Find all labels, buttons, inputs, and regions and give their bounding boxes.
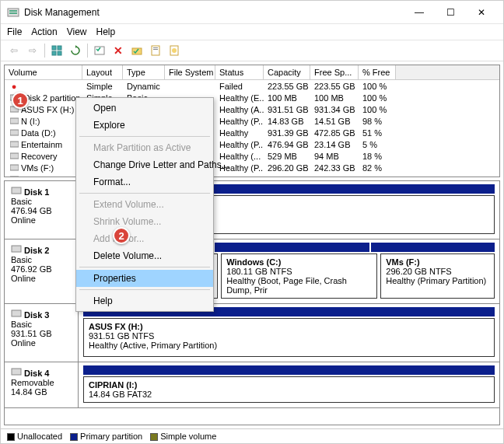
disk-name: Disk 3: [24, 310, 49, 320]
disk-type: Removable: [11, 378, 54, 387]
refresh-button[interactable]: [67, 43, 84, 58]
ctx-delete[interactable]: Delete Volume...: [76, 247, 213, 264]
ctx-extend: Extend Volume...: [76, 196, 213, 213]
svg-rect-25: [12, 369, 21, 375]
disk-info[interactable]: Disk 2 Basic 476.92 GB Online: [5, 239, 79, 303]
svg-rect-18: [10, 142, 19, 147]
disk-type: Basic: [11, 255, 32, 264]
legend: Unallocated Primary partition Simple vol…: [1, 428, 503, 443]
col-freespace[interactable]: Free Sp...: [310, 65, 359, 79]
svg-rect-9: [152, 46, 159, 55]
disk-capacity: 476.92 GB: [11, 264, 52, 274]
col-capacity[interactable]: Capacity: [264, 65, 310, 79]
col-pctfree[interactable]: % Free: [359, 65, 396, 79]
svg-rect-24: [12, 310, 21, 316]
svg-rect-20: [10, 165, 19, 170]
disk-icon: [11, 244, 22, 253]
partition[interactable]: ASUS FX (H:) 931.51 GB NTFS Healthy (Act…: [83, 318, 495, 357]
partition[interactable]: VMs (F:) 296.20 GB NTFS Healthy (Primary…: [380, 253, 495, 299]
svg-rect-21: [10, 177, 19, 178]
disk-capacity: 476.94 GB: [11, 206, 52, 215]
disk-status: Online: [11, 338, 36, 348]
ctx-shrink: Shrink Volume...: [76, 213, 213, 230]
svg-rect-5: [52, 51, 56, 55]
svg-rect-22: [12, 187, 21, 194]
app-icon: [7, 6, 19, 19]
window-title: Disk Management: [24, 7, 404, 18]
window-close-button[interactable]: ✕: [466, 2, 497, 23]
back-button: ⇦: [5, 43, 23, 58]
disk-capacity: 931.51 GB: [11, 329, 52, 338]
svg-rect-6: [58, 51, 61, 55]
disk-status: Online: [11, 274, 36, 283]
ctx-properties[interactable]: Properties: [76, 270, 213, 287]
svg-rect-11: [153, 49, 158, 50]
window-titlebar: Disk Management — ☐ ✕: [1, 1, 503, 24]
svg-point-13: [172, 48, 177, 53]
svg-rect-17: [10, 130, 19, 135]
svg-rect-23: [12, 246, 21, 252]
disk-info[interactable]: Disk 4 Removable 14.84 GB: [5, 362, 79, 407]
forward-button: ⇨: [24, 43, 41, 58]
disk-info[interactable]: Disk 1 Basic 476.94 GB Online: [5, 181, 79, 239]
menu-view[interactable]: View: [67, 26, 87, 37]
ctx-format[interactable]: Format...: [76, 173, 213, 191]
partition[interactable]: Windows (C:) 180.11 GB NTFS Healthy (Boo…: [221, 253, 377, 299]
toolbar-grid-icon[interactable]: [48, 43, 65, 58]
window-maximize-button[interactable]: ☐: [435, 2, 466, 23]
disk-capacity: 14.84 GB: [11, 387, 47, 397]
partition[interactable]: CIPRIAN (I:) 14.84 GB FAT32: [83, 376, 495, 403]
callout-badge-1: 1: [12, 92, 29, 109]
ctx-mark-active: Mark Partition as Active: [76, 139, 213, 156]
toolbar-folder-check-icon[interactable]: [128, 43, 145, 58]
col-volume[interactable]: Volume: [5, 65, 82, 79]
menu-action[interactable]: Action: [31, 26, 57, 37]
disk-icon: [11, 367, 22, 376]
svg-rect-4: [58, 46, 61, 50]
col-layout[interactable]: Layout: [82, 65, 123, 79]
svg-rect-16: [10, 118, 19, 124]
disk-type: Basic: [11, 197, 32, 206]
menu-file[interactable]: File: [7, 26, 22, 37]
delete-button[interactable]: ✕: [110, 43, 127, 58]
window-minimize-button[interactable]: —: [404, 2, 435, 23]
ctx-explore[interactable]: Explore: [76, 117, 213, 134]
ctx-change-letter[interactable]: Change Drive Letter and Paths...: [76, 156, 213, 173]
ctx-add-mirror: Add Mirror...: [76, 230, 213, 247]
toolbar-checklist-icon[interactable]: [91, 43, 108, 58]
disk-icon: [11, 186, 22, 195]
svg-rect-1: [9, 10, 17, 12]
help-button[interactable]: [166, 43, 183, 58]
partition-stripe: [83, 365, 495, 375]
disk-name: Disk 4: [24, 369, 49, 378]
svg-rect-10: [153, 47, 158, 48]
disk-info[interactable]: Disk 3 Basic 931.51 GB Online: [5, 304, 79, 362]
legend-simple: Simple volume: [150, 432, 216, 441]
context-menu: Open Explore Mark Partition as Active Ch…: [75, 97, 214, 312]
volume-row[interactable]: ●SimpleDynamicFailed223.55 GB223.55 GB10…: [5, 80, 499, 92]
svg-rect-19: [10, 153, 19, 159]
properties-button[interactable]: [147, 43, 164, 58]
col-type[interactable]: Type: [123, 65, 165, 79]
disk-name: Disk 1: [24, 187, 49, 197]
volume-list-header: Volume Layout Type File System Status Ca…: [5, 65, 499, 80]
callout-badge-2: 2: [113, 227, 130, 244]
disk-type: Basic: [11, 320, 32, 329]
toolbar: ⇦ ⇨ ✕: [1, 40, 503, 61]
svg-rect-2: [9, 12, 17, 14]
disk-status: Online: [11, 215, 36, 225]
menu-help[interactable]: Help: [96, 26, 116, 37]
ctx-open[interactable]: Open: [76, 100, 213, 117]
legend-primary: Primary partition: [70, 432, 142, 441]
disk-icon: [11, 309, 22, 318]
col-filesystem[interactable]: File System: [165, 65, 215, 79]
disk-row: Disk 4 Removable 14.84 GB CIPRIAN (I:) 1…: [5, 362, 499, 408]
col-status[interactable]: Status: [215, 65, 264, 79]
ctx-help[interactable]: Help: [76, 292, 213, 309]
svg-rect-3: [52, 46, 56, 50]
menubar: File Action View Help: [1, 24, 503, 40]
legend-unallocated: Unallocated: [7, 432, 62, 441]
disk-name: Disk 2: [24, 246, 49, 255]
disk-row: Disk 3 Basic 931.51 GB Online ASUS FX (H…: [5, 304, 499, 362]
